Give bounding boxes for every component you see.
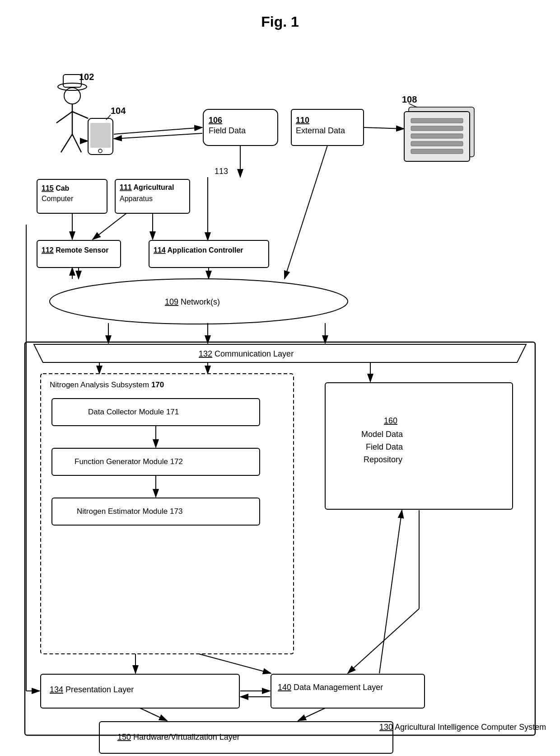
label-114-num: 114 Application Controller [154, 246, 243, 254]
svg-rect-21 [411, 126, 463, 131]
label-130: 130 Agricultural Intelligence Computer S… [379, 723, 546, 732]
svg-line-10 [72, 134, 81, 152]
svg-rect-30 [25, 342, 535, 735]
label-111-text: Apparatus [120, 195, 153, 202]
cab-computer-box: 115 Cab Computer [37, 179, 107, 213]
remote-sensor-box: 112 Remote Sensor [37, 240, 121, 268]
label-110-text: External Data [296, 126, 345, 135]
label-115-num: 115 Cab [42, 184, 70, 192]
label-132: 132 Communication Layer [199, 349, 294, 358]
svg-line-41 [114, 127, 202, 134]
svg-line-8 [72, 112, 88, 118]
svg-line-71 [298, 708, 325, 721]
label-104: 104 [111, 106, 126, 116]
label-106-text: Field Data [209, 126, 246, 135]
label-140: 140 Data Management Layer [278, 683, 383, 692]
label-170: Nitrogen Analysis Subsystem 170 [50, 380, 164, 389]
label-113: 113 [215, 167, 228, 176]
label-160-l1: Model Data [361, 430, 403, 439]
nitrogen-subsystem-box: Nitrogen Analysis Subsystem 170 Data Col… [41, 374, 294, 654]
label-111-num: 111 Agricultural [120, 183, 174, 191]
svg-rect-24 [411, 149, 463, 154]
model-data-box: 160 Model Data Field Data Repository [325, 383, 513, 509]
diagram-container: 102 104 106 Field Data [9, 44, 551, 756]
label-160-num: 160 [384, 416, 397, 425]
agricultural-apparatus-box: 111 Agricultural Apparatus [115, 179, 190, 213]
field-data-box: 106 Field Data [203, 109, 278, 146]
label-112-num: 112 Remote Sensor [42, 246, 109, 254]
mobile-device: 104 [88, 106, 126, 155]
svg-line-14 [106, 115, 111, 120]
label-115-text: Computer [42, 195, 74, 202]
server-stack: 108 [402, 94, 474, 161]
label-108: 108 [402, 94, 417, 104]
svg-line-42 [114, 133, 202, 139]
label-134: 134 Presentation Layer [50, 685, 134, 694]
label-172: Function Generator Module 172 [75, 457, 183, 466]
svg-line-43 [364, 127, 404, 129]
label-160-l2: Field Data [366, 442, 403, 451]
label-106-num: 106 [209, 116, 222, 125]
network-ellipse: 109 Network(s) [50, 279, 348, 324]
svg-rect-36 [325, 383, 513, 509]
svg-rect-28 [149, 240, 269, 268]
svg-line-52 [285, 146, 327, 279]
svg-rect-27 [37, 240, 121, 268]
svg-line-7 [56, 112, 72, 123]
comm-layer-box: 132 Communication Layer [34, 344, 526, 362]
svg-rect-23 [411, 141, 463, 146]
page: Fig. 1 [0, 0, 560, 756]
svg-point-13 [98, 149, 102, 153]
svg-rect-20 [411, 118, 463, 123]
diagram-svg: 102 104 106 Field Data [9, 44, 551, 756]
hardware-layer-box: 150 Hardware/Virtualization Layer [99, 722, 393, 753]
svg-line-70 [140, 708, 167, 721]
svg-rect-4 [63, 75, 81, 87]
app-controller-box: 114 Application Controller [149, 240, 269, 268]
figure-title: Fig. 1 [9, 14, 551, 30]
external-data-box: 110 External Data [291, 109, 364, 146]
label-109: 109 Network(s) [165, 297, 220, 306]
system-box-130: 130 Agricultural Intelligence Computer S… [25, 342, 546, 735]
label-173: Nitrogen Estimator Module 173 [77, 507, 182, 516]
svg-line-48 [93, 213, 126, 239]
data-management-box: 140 Data Management Layer [271, 674, 425, 708]
svg-line-69 [379, 510, 402, 673]
label-160-l3: Repository [364, 455, 402, 464]
presentation-layer-box: 134 Presentation Layer [41, 674, 239, 708]
label-110-num: 110 [296, 116, 309, 125]
svg-line-64 [199, 654, 271, 673]
svg-line-9 [61, 134, 72, 152]
label-150: 150 Hardware/Virtualization Layer [117, 733, 240, 742]
label-102: 102 [79, 72, 94, 82]
svg-rect-22 [411, 134, 463, 138]
svg-rect-12 [90, 123, 111, 148]
label-171: Data Collector Module 171 [88, 408, 179, 416]
